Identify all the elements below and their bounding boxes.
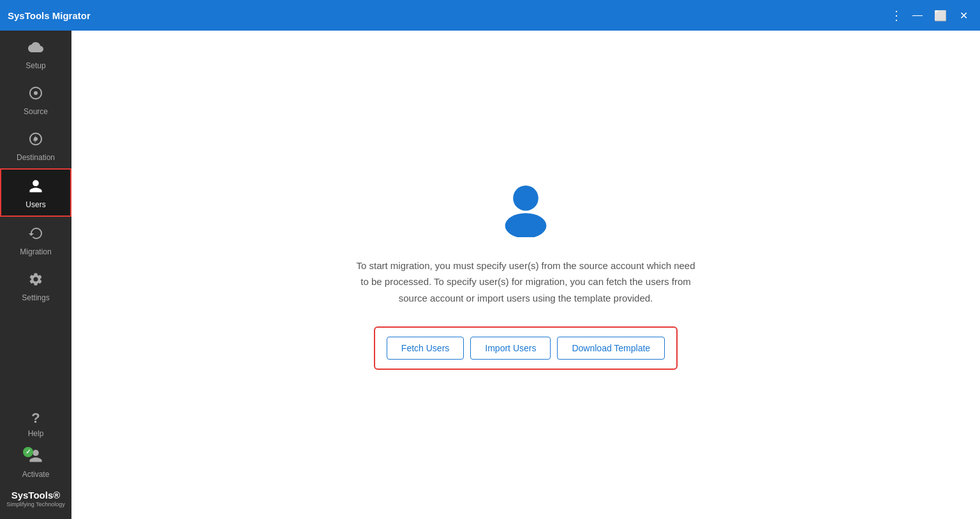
sidebar-item-setup[interactable]: Setup bbox=[0, 31, 71, 77]
sidebar-item-users-label: Users bbox=[26, 200, 45, 209]
cloud-icon bbox=[28, 40, 43, 59]
sidebar: Setup Source Destination bbox=[0, 31, 71, 519]
svg-point-3 bbox=[505, 213, 547, 237]
download-template-button[interactable]: Download Template bbox=[557, 337, 665, 360]
logo-tagline: Simplifying Technology bbox=[6, 501, 64, 509]
user-illustration bbox=[497, 180, 554, 240]
window-controls: — ⬜ ✕ bbox=[909, 6, 972, 24]
help-icon: ? bbox=[31, 410, 40, 427]
menu-dots-icon[interactable]: ⋮ bbox=[890, 8, 903, 23]
logo-brand: SysTools® bbox=[6, 489, 64, 502]
description-text: To start migration, you must specify use… bbox=[353, 258, 698, 307]
systools-logo: SysTools® Simplifying Technology bbox=[1, 483, 70, 513]
sidebar-item-destination[interactable]: Destination bbox=[0, 122, 71, 168]
sidebar-item-destination-label: Destination bbox=[17, 153, 55, 162]
activate-badge: ✓ bbox=[23, 447, 33, 457]
main-content: To start migration, you must specify use… bbox=[71, 31, 980, 519]
sidebar-item-source-label: Source bbox=[24, 107, 48, 116]
sidebar-bottom: ? Help ✓ Activate SysTools® Simpl bbox=[0, 404, 71, 519]
sidebar-item-migration-label: Migration bbox=[20, 247, 51, 256]
import-users-button[interactable]: Import Users bbox=[470, 337, 551, 360]
sidebar-item-settings[interactable]: Settings bbox=[0, 263, 71, 309]
sidebar-item-setup-label: Setup bbox=[26, 61, 45, 70]
maximize-button[interactable]: ⬜ bbox=[932, 6, 949, 24]
svg-point-0 bbox=[34, 91, 38, 95]
sidebar-item-migration[interactable]: Migration bbox=[0, 217, 71, 263]
app-title: SysTools Migrator bbox=[8, 10, 890, 21]
sidebar-item-settings-label: Settings bbox=[22, 293, 49, 302]
sidebar-item-users[interactable]: Users bbox=[0, 168, 71, 217]
source-icon bbox=[28, 85, 43, 105]
sidebar-item-source[interactable]: Source bbox=[0, 77, 71, 122]
sidebar-item-help-label: Help bbox=[28, 429, 44, 438]
action-buttons-container: Fetch Users Import Users Download Templa… bbox=[374, 326, 678, 370]
users-icon bbox=[28, 179, 43, 198]
destination-icon bbox=[28, 131, 43, 150]
app-body: Setup Source Destination bbox=[0, 31, 980, 519]
sidebar-item-activate-label: Activate bbox=[22, 470, 50, 479]
close-button[interactable]: ✕ bbox=[954, 6, 972, 24]
user-svg-icon bbox=[497, 180, 554, 237]
titlebar: SysTools Migrator ⋮ — ⬜ ✕ bbox=[0, 0, 980, 31]
svg-point-2 bbox=[513, 186, 538, 211]
sidebar-item-help[interactable]: ? Help bbox=[0, 404, 71, 442]
settings-icon bbox=[28, 272, 43, 291]
minimize-button[interactable]: — bbox=[909, 6, 926, 24]
sidebar-item-activate[interactable]: ✓ Activate bbox=[0, 442, 71, 483]
migration-icon bbox=[28, 226, 43, 245]
fetch-users-button[interactable]: Fetch Users bbox=[387, 337, 464, 360]
